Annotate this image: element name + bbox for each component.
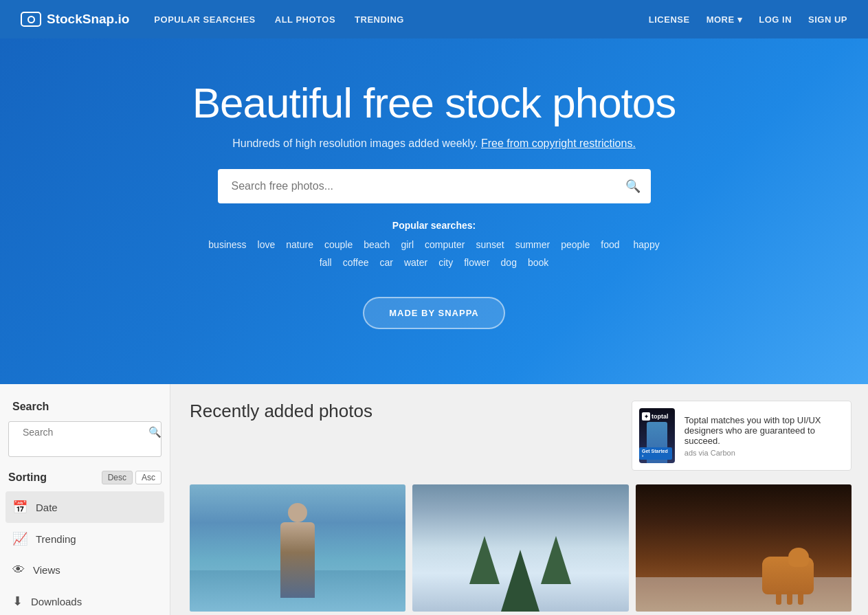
tag-nature[interactable]: nature <box>282 238 318 251</box>
ad-text-area: Toptal matches you with top UI/UX design… <box>685 415 844 457</box>
sort-desc-button[interactable]: Desc <box>102 471 133 484</box>
sidebar-item-trending-label: Trending <box>36 533 76 545</box>
search-icon: 🔍 <box>625 179 641 194</box>
nav-license[interactable]: LICENSE <box>649 14 690 25</box>
sidebar-search-input[interactable] <box>17 422 146 443</box>
photo-item-3[interactable] <box>636 484 852 612</box>
popular-label: Popular searches: <box>14 220 854 231</box>
photo-item-1[interactable] <box>190 484 405 612</box>
sidebar-item-date[interactable]: 📅 Date <box>5 491 164 523</box>
sort-buttons: Desc Asc <box>102 471 162 484</box>
hero-copyright-link[interactable]: Free from copyright restrictions. <box>481 137 636 149</box>
snow-trees <box>412 536 628 612</box>
tag-food[interactable]: food <box>597 238 623 251</box>
tag-beach[interactable]: beach <box>359 238 394 251</box>
nav-right-links: LICENSE MORE ▾ LOG IN SIGN UP <box>649 14 847 25</box>
tag-water[interactable]: water <box>400 256 432 269</box>
person-figure <box>280 522 315 598</box>
nav-trending[interactable]: TRENDING <box>355 14 404 25</box>
nav-all-photos[interactable]: ALL PHOTOS <box>275 14 335 25</box>
content-area: Recently added photos ✦ toptal Get Start… <box>170 384 868 615</box>
sidebar-search-wrap: 🔍 <box>8 421 162 457</box>
trending-icon: 📈 <box>12 531 27 546</box>
dog-legs <box>776 591 803 605</box>
hero-search-button[interactable]: 🔍 <box>615 169 651 203</box>
sidebar-search-title: Search <box>0 401 170 421</box>
main-wrap: Search 🔍 Sorting Desc Asc 📅 Date 📈 Trend… <box>0 384 868 615</box>
person-head <box>288 503 307 522</box>
sidebar-item-date-label: Date <box>36 502 58 513</box>
site-logo[interactable]: StockSnap.io <box>21 12 129 27</box>
made-by-snappa-button[interactable]: MADE BY SNAPPA <box>363 297 505 329</box>
tag-summer[interactable]: summer <box>511 238 555 251</box>
top-nav: StockSnap.io POPULAR SEARCHES ALL PHOTOS… <box>0 0 868 38</box>
tag-love[interactable]: love <box>254 238 280 251</box>
sorting-section: Sorting Desc Asc 📅 Date 📈 Trending 👁 Vie… <box>0 471 170 615</box>
tag-book[interactable]: book <box>524 256 553 269</box>
sidebar: Search 🔍 Sorting Desc Asc 📅 Date 📈 Trend… <box>0 384 170 615</box>
ad-get-started-btn[interactable]: Get Started › <box>639 447 672 460</box>
ad-headline: Toptal matches you with top UI/UX design… <box>685 415 844 446</box>
sidebar-item-trending[interactable]: 📈 Trending <box>0 523 170 555</box>
tag-computer[interactable]: computer <box>421 238 469 251</box>
ad-credit: ads via Carbon <box>685 449 844 457</box>
content-header: Recently added photos ✦ toptal Get Start… <box>190 401 852 471</box>
nav-center-links: POPULAR SEARCHES ALL PHOTOS TRENDING <box>154 14 648 25</box>
nav-popular-searches[interactable]: POPULAR SEARCHES <box>154 14 255 25</box>
tag-car[interactable]: car <box>376 256 397 269</box>
sorting-title: Sorting <box>8 471 47 484</box>
sidebar-item-views-label: Views <box>33 564 60 576</box>
sidebar-search-button[interactable]: 🔍 <box>146 426 164 438</box>
recently-added-title: Recently added photos <box>190 401 372 422</box>
tag-people[interactable]: people <box>557 238 594 251</box>
tag-business[interactable]: business <box>204 238 250 251</box>
nav-signup[interactable]: SIGN UP <box>808 14 847 25</box>
hero-title: Beautiful free stock photos <box>14 80 854 126</box>
tag-couple[interactable]: couple <box>320 238 357 251</box>
tag-flower[interactable]: flower <box>460 256 493 269</box>
camera-icon <box>21 12 41 27</box>
popular-tags: business love nature couple beach girl c… <box>194 238 675 269</box>
tag-dog[interactable]: dog <box>497 256 521 269</box>
sort-asc-button[interactable]: Asc <box>135 471 162 484</box>
toptal-logo-area: ✦ toptal <box>642 412 669 421</box>
tag-sunset[interactable]: sunset <box>471 238 508 251</box>
snow-ground <box>636 577 852 612</box>
photo-grid <box>190 484 852 612</box>
tag-coffee[interactable]: coffee <box>339 256 373 269</box>
hero-section: Beautiful free stock photos Hundreds of … <box>0 38 868 384</box>
tag-city[interactable]: city <box>434 256 457 269</box>
sidebar-item-views[interactable]: 👁 Views <box>0 555 170 585</box>
hero-search-wrap: 🔍 <box>218 169 651 203</box>
nav-login[interactable]: LOG IN <box>759 14 792 25</box>
download-icon: ⬇ <box>12 594 23 609</box>
eye-icon: 👁 <box>12 563 25 577</box>
sidebar-item-downloads-label: Downloads <box>31 596 82 607</box>
nav-more[interactable]: MORE ▾ <box>706 14 743 25</box>
hero-subtitle: Hundreds of high resolution images added… <box>14 137 854 150</box>
ad-image: ✦ toptal Get Started › <box>639 408 675 463</box>
photo-item-2[interactable] <box>412 484 628 612</box>
sidebar-search-section: Search 🔍 <box>0 401 170 457</box>
tag-happy[interactable]: happy <box>630 238 664 251</box>
sidebar-item-downloads[interactable]: ⬇ Downloads <box>0 585 170 615</box>
site-name: StockSnap.io <box>47 12 129 27</box>
hero-search-input[interactable] <box>218 169 651 203</box>
tag-fall[interactable]: fall <box>315 256 336 269</box>
ad-box: ✦ toptal Get Started › Toptal matches yo… <box>632 401 852 471</box>
calendar-icon: 📅 <box>12 500 27 515</box>
dog-head <box>788 548 809 567</box>
hero-subtitle-text: Hundreds of high resolution images added… <box>232 137 478 149</box>
tag-girl[interactable]: girl <box>397 238 418 251</box>
